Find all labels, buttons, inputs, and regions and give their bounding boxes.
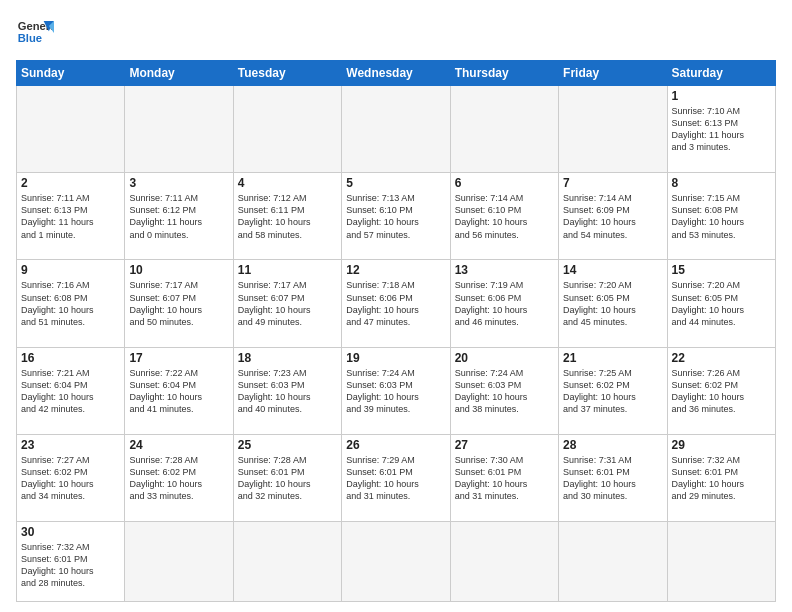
day-number: 15 (672, 263, 771, 277)
day-info: Sunrise: 7:32 AM Sunset: 6:01 PM Dayligh… (672, 454, 771, 503)
day-info: Sunrise: 7:24 AM Sunset: 6:03 PM Dayligh… (346, 367, 445, 416)
day-info: Sunrise: 7:10 AM Sunset: 6:13 PM Dayligh… (672, 105, 771, 154)
day-info: Sunrise: 7:28 AM Sunset: 6:01 PM Dayligh… (238, 454, 337, 503)
day-number: 9 (21, 263, 120, 277)
calendar-cell: 26Sunrise: 7:29 AM Sunset: 6:01 PM Dayli… (342, 434, 450, 521)
calendar-week-3: 9Sunrise: 7:16 AM Sunset: 6:08 PM Daylig… (17, 260, 776, 347)
day-info: Sunrise: 7:29 AM Sunset: 6:01 PM Dayligh… (346, 454, 445, 503)
day-info: Sunrise: 7:21 AM Sunset: 6:04 PM Dayligh… (21, 367, 120, 416)
day-info: Sunrise: 7:11 AM Sunset: 6:13 PM Dayligh… (21, 192, 120, 241)
header: General Blue (16, 14, 776, 52)
calendar-cell: 6Sunrise: 7:14 AM Sunset: 6:10 PM Daylig… (450, 173, 558, 260)
weekday-header-friday: Friday (559, 61, 667, 86)
weekday-header-tuesday: Tuesday (233, 61, 341, 86)
calendar-cell: 1Sunrise: 7:10 AM Sunset: 6:13 PM Daylig… (667, 86, 775, 173)
day-info: Sunrise: 7:14 AM Sunset: 6:10 PM Dayligh… (455, 192, 554, 241)
day-info: Sunrise: 7:22 AM Sunset: 6:04 PM Dayligh… (129, 367, 228, 416)
day-number: 10 (129, 263, 228, 277)
day-number: 5 (346, 176, 445, 190)
logo-icon: General Blue (16, 14, 54, 52)
calendar-table: SundayMondayTuesdayWednesdayThursdayFrid… (16, 60, 776, 602)
day-info: Sunrise: 7:24 AM Sunset: 6:03 PM Dayligh… (455, 367, 554, 416)
day-number: 26 (346, 438, 445, 452)
day-number: 1 (672, 89, 771, 103)
day-number: 23 (21, 438, 120, 452)
calendar-cell: 18Sunrise: 7:23 AM Sunset: 6:03 PM Dayli… (233, 347, 341, 434)
day-number: 18 (238, 351, 337, 365)
calendar-cell: 11Sunrise: 7:17 AM Sunset: 6:07 PM Dayli… (233, 260, 341, 347)
day-info: Sunrise: 7:20 AM Sunset: 6:05 PM Dayligh… (672, 279, 771, 328)
day-info: Sunrise: 7:30 AM Sunset: 6:01 PM Dayligh… (455, 454, 554, 503)
page: General Blue SundayMondayTuesdayWednesda… (0, 0, 792, 612)
day-info: Sunrise: 7:15 AM Sunset: 6:08 PM Dayligh… (672, 192, 771, 241)
calendar-cell (667, 521, 775, 601)
calendar-cell: 30Sunrise: 7:32 AM Sunset: 6:01 PM Dayli… (17, 521, 125, 601)
calendar-cell: 3Sunrise: 7:11 AM Sunset: 6:12 PM Daylig… (125, 173, 233, 260)
calendar-cell: 5Sunrise: 7:13 AM Sunset: 6:10 PM Daylig… (342, 173, 450, 260)
day-info: Sunrise: 7:16 AM Sunset: 6:08 PM Dayligh… (21, 279, 120, 328)
calendar-week-6: 30Sunrise: 7:32 AM Sunset: 6:01 PM Dayli… (17, 521, 776, 601)
calendar-cell: 21Sunrise: 7:25 AM Sunset: 6:02 PM Dayli… (559, 347, 667, 434)
day-number: 30 (21, 525, 120, 539)
calendar-week-1: 1Sunrise: 7:10 AM Sunset: 6:13 PM Daylig… (17, 86, 776, 173)
calendar-cell (342, 521, 450, 601)
day-number: 6 (455, 176, 554, 190)
day-number: 14 (563, 263, 662, 277)
calendar-cell: 23Sunrise: 7:27 AM Sunset: 6:02 PM Dayli… (17, 434, 125, 521)
day-info: Sunrise: 7:27 AM Sunset: 6:02 PM Dayligh… (21, 454, 120, 503)
day-info: Sunrise: 7:26 AM Sunset: 6:02 PM Dayligh… (672, 367, 771, 416)
day-number: 22 (672, 351, 771, 365)
calendar-cell: 22Sunrise: 7:26 AM Sunset: 6:02 PM Dayli… (667, 347, 775, 434)
calendar-cell: 15Sunrise: 7:20 AM Sunset: 6:05 PM Dayli… (667, 260, 775, 347)
day-info: Sunrise: 7:18 AM Sunset: 6:06 PM Dayligh… (346, 279, 445, 328)
calendar-cell: 8Sunrise: 7:15 AM Sunset: 6:08 PM Daylig… (667, 173, 775, 260)
day-number: 27 (455, 438, 554, 452)
calendar-cell (17, 86, 125, 173)
calendar-cell: 25Sunrise: 7:28 AM Sunset: 6:01 PM Dayli… (233, 434, 341, 521)
day-info: Sunrise: 7:14 AM Sunset: 6:09 PM Dayligh… (563, 192, 662, 241)
day-number: 21 (563, 351, 662, 365)
day-number: 24 (129, 438, 228, 452)
calendar-cell: 2Sunrise: 7:11 AM Sunset: 6:13 PM Daylig… (17, 173, 125, 260)
day-info: Sunrise: 7:11 AM Sunset: 6:12 PM Dayligh… (129, 192, 228, 241)
day-info: Sunrise: 7:17 AM Sunset: 6:07 PM Dayligh… (129, 279, 228, 328)
weekday-header-thursday: Thursday (450, 61, 558, 86)
day-info: Sunrise: 7:13 AM Sunset: 6:10 PM Dayligh… (346, 192, 445, 241)
day-number: 7 (563, 176, 662, 190)
calendar-cell: 13Sunrise: 7:19 AM Sunset: 6:06 PM Dayli… (450, 260, 558, 347)
day-number: 16 (21, 351, 120, 365)
logo: General Blue (16, 14, 54, 52)
weekday-header-sunday: Sunday (17, 61, 125, 86)
calendar-cell (233, 86, 341, 173)
calendar-cell: 27Sunrise: 7:30 AM Sunset: 6:01 PM Dayli… (450, 434, 558, 521)
day-info: Sunrise: 7:28 AM Sunset: 6:02 PM Dayligh… (129, 454, 228, 503)
calendar-cell (342, 86, 450, 173)
weekday-header-row: SundayMondayTuesdayWednesdayThursdayFrid… (17, 61, 776, 86)
weekday-header-monday: Monday (125, 61, 233, 86)
day-number: 17 (129, 351, 228, 365)
calendar-week-5: 23Sunrise: 7:27 AM Sunset: 6:02 PM Dayli… (17, 434, 776, 521)
day-info: Sunrise: 7:17 AM Sunset: 6:07 PM Dayligh… (238, 279, 337, 328)
day-info: Sunrise: 7:32 AM Sunset: 6:01 PM Dayligh… (21, 541, 120, 590)
day-number: 11 (238, 263, 337, 277)
calendar-cell: 10Sunrise: 7:17 AM Sunset: 6:07 PM Dayli… (125, 260, 233, 347)
day-number: 25 (238, 438, 337, 452)
calendar-cell: 12Sunrise: 7:18 AM Sunset: 6:06 PM Dayli… (342, 260, 450, 347)
day-number: 19 (346, 351, 445, 365)
day-number: 2 (21, 176, 120, 190)
calendar-cell: 7Sunrise: 7:14 AM Sunset: 6:09 PM Daylig… (559, 173, 667, 260)
calendar-cell: 20Sunrise: 7:24 AM Sunset: 6:03 PM Dayli… (450, 347, 558, 434)
day-info: Sunrise: 7:19 AM Sunset: 6:06 PM Dayligh… (455, 279, 554, 328)
calendar-week-2: 2Sunrise: 7:11 AM Sunset: 6:13 PM Daylig… (17, 173, 776, 260)
calendar-cell (450, 86, 558, 173)
calendar-cell: 29Sunrise: 7:32 AM Sunset: 6:01 PM Dayli… (667, 434, 775, 521)
day-info: Sunrise: 7:20 AM Sunset: 6:05 PM Dayligh… (563, 279, 662, 328)
calendar-cell: 24Sunrise: 7:28 AM Sunset: 6:02 PM Dayli… (125, 434, 233, 521)
day-info: Sunrise: 7:31 AM Sunset: 6:01 PM Dayligh… (563, 454, 662, 503)
day-number: 4 (238, 176, 337, 190)
calendar-cell (450, 521, 558, 601)
svg-text:Blue: Blue (18, 32, 42, 44)
calendar-cell: 4Sunrise: 7:12 AM Sunset: 6:11 PM Daylig… (233, 173, 341, 260)
calendar-cell: 28Sunrise: 7:31 AM Sunset: 6:01 PM Dayli… (559, 434, 667, 521)
day-info: Sunrise: 7:12 AM Sunset: 6:11 PM Dayligh… (238, 192, 337, 241)
